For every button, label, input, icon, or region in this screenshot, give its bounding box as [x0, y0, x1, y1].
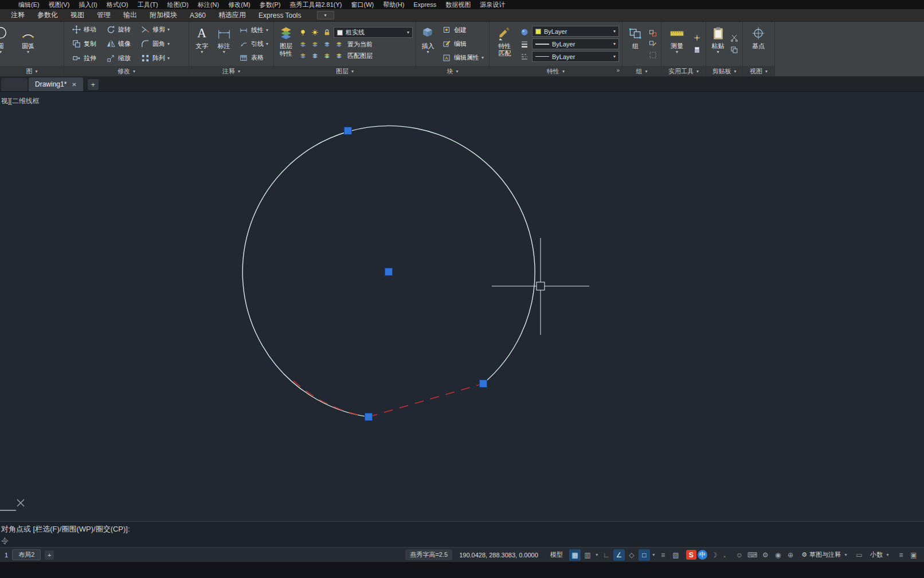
stretch-button[interactable]: 拉伸 [67, 51, 100, 65]
layer-freeze-icon[interactable] [322, 40, 332, 49]
menu-yanxiu-toolbox[interactable]: 燕秀工具箱2.81(Y) [285, 0, 346, 9]
tab-manage[interactable]: 管理 [91, 9, 117, 21]
clean-screen-icon[interactable]: ▣ [908, 549, 919, 561]
edit-attributes-button[interactable]: A 编辑属性 ▾ [439, 51, 486, 65]
panel-label-group[interactable]: 组 ▾ [622, 66, 661, 76]
command-close-icon[interactable] [17, 499, 24, 506]
tab-output[interactable]: 输出 [117, 9, 143, 21]
calculator-icon[interactable] [692, 45, 702, 55]
array-button[interactable]: 阵列 ▾ [136, 51, 174, 65]
layer-unisolate-icon[interactable] [297, 51, 308, 61]
linetype-dropdown[interactable]: ByLayer ▾ [532, 51, 619, 62]
dialog-launcher-icon[interactable]: » [616, 67, 620, 73]
layer-off-icon[interactable] [297, 40, 308, 49]
id-point-icon[interactable] [692, 33, 702, 43]
layer-properties-button[interactable]: 图层 特性 [277, 23, 295, 65]
dimension-button[interactable]: 标注 ▾ [214, 23, 233, 65]
copy-clip-icon[interactable] [729, 45, 739, 55]
copy-button[interactable]: 复制 [67, 37, 100, 51]
grip-midpoint[interactable] [344, 127, 352, 135]
set-current-layer-button[interactable]: 置为当前 [346, 40, 373, 49]
menu-window[interactable]: 窗口(W) [346, 0, 378, 9]
layer-walk-icon[interactable] [310, 51, 320, 61]
object-color-icon[interactable] [519, 27, 530, 37]
ime-punctuation-icon[interactable]: 。 [721, 549, 733, 561]
ungroup-icon[interactable] [648, 28, 658, 38]
draw-arc-button[interactable]: 圆弧 ▾ [15, 23, 41, 65]
snap-dropdown-icon[interactable]: ▾ [594, 552, 600, 557]
mirror-button[interactable]: 镜像 [101, 37, 135, 51]
cut-icon[interactable] [729, 33, 739, 43]
viewport-controls[interactable]: 视][二维线框 [1, 96, 40, 106]
menu-dimension[interactable]: 标注(N) [193, 0, 224, 9]
create-block-button[interactable]: 创建 [439, 23, 486, 37]
lineweight-dropdown[interactable]: ByLayer ▾ [532, 38, 619, 49]
units-selector[interactable]: 小数 ▾ [866, 550, 894, 559]
menu-modify[interactable]: 修改(M) [224, 0, 255, 9]
layer-lock-icon[interactable] [322, 28, 332, 37]
transparency-icon[interactable]: ▨ [670, 549, 682, 561]
edit-block-button[interactable]: 编辑 [439, 37, 486, 50]
menu-insert[interactable]: 插入(I) [74, 0, 101, 9]
match-properties-button[interactable]: 特性 匹配 [492, 23, 517, 65]
measure-button[interactable]: 测量 ▾ [664, 23, 690, 65]
lineweight-icon[interactable] [519, 39, 530, 49]
tab-parametric[interactable]: 参数化 [31, 9, 64, 21]
close-tab-icon[interactable]: ✕ [72, 81, 76, 88]
file-tab-drawing1[interactable]: Drawing1* ✕ [29, 77, 83, 91]
panel-label-modify[interactable]: 修改 ▾ [64, 66, 189, 76]
grid-icon[interactable]: ▦ [569, 549, 581, 561]
snap-icon[interactable]: ▥ [582, 549, 593, 561]
layout2-tab[interactable]: 布局2 [12, 549, 41, 560]
tab-featured-apps[interactable]: 精选应用 [212, 9, 252, 21]
tab-addins[interactable]: 附加模块 [143, 9, 183, 21]
panel-label-layers[interactable]: 图层 ▾ [274, 66, 416, 76]
command-line-area[interactable]: 对角点或 [栏选(F)/圈围(WP)/圈交(CP)]: 令 [0, 521, 924, 547]
new-layout-button[interactable]: + [45, 550, 54, 560]
new-drawing-tab-button[interactable]: + [88, 79, 99, 90]
linear-dimension-button[interactable]: 线性 ▾ [236, 23, 271, 37]
layer-dropdown[interactable]: 粗实线 ▾ [334, 27, 413, 38]
panel-label-utilities[interactable]: 实用工具 ▾ [661, 66, 706, 76]
ribbon-display-options-button[interactable]: ▾ [317, 11, 334, 19]
yanxiu-text-height-button[interactable]: 燕秀字高=2.5 [405, 549, 452, 560]
tab-annotate[interactable]: 注释 [5, 9, 31, 21]
menu-parametric[interactable]: 参数(P) [255, 0, 285, 9]
layer-on-icon[interactable] [297, 28, 308, 37]
layer-unlock-icon[interactable] [334, 51, 344, 61]
object-color-dropdown[interactable]: ByLayer ▾ [532, 26, 619, 37]
grip-center[interactable] [385, 268, 393, 276]
group-selection-toggle-icon[interactable] [648, 50, 658, 60]
group-edit-icon[interactable] [648, 39, 658, 49]
menu-tools[interactable]: 工具(T) [133, 0, 163, 9]
linetype-icon[interactable] [519, 51, 530, 61]
panel-label-annotate[interactable]: 注释 ▾ [189, 66, 273, 76]
osnap-dropdown-icon[interactable]: ▾ [651, 552, 656, 557]
model-space-button[interactable]: 模型 [545, 549, 568, 560]
panel-label-view[interactable]: 视图 ▾ [743, 66, 774, 76]
grip-endpoint-bottom[interactable] [365, 413, 373, 421]
menu-express[interactable]: Express [409, 0, 441, 9]
base-point-button[interactable]: 基点 [746, 23, 771, 65]
ortho-icon[interactable]: ∟ [601, 549, 612, 561]
menu-format[interactable]: 格式(O) [102, 0, 133, 9]
panel-label-block[interactable]: 块 ▾ [416, 66, 489, 76]
tab-a360[interactable]: A360 [183, 10, 212, 21]
paste-button[interactable]: 粘贴 ▾ [709, 23, 727, 65]
annotation-visibility-icon[interactable]: ◉ [772, 549, 784, 561]
layer-isolate-icon[interactable] [310, 40, 320, 49]
layer-thaw-icon[interactable] [310, 28, 320, 37]
grip-endpoint-right[interactable] [480, 380, 487, 388]
lineweight-display-icon[interactable]: ≡ [657, 549, 669, 561]
model-space-canvas[interactable]: 视][二维线框 [0, 92, 924, 521]
object-snap-icon[interactable]: □ [639, 549, 650, 561]
leader-button[interactable]: 引线 ▾ [236, 37, 271, 50]
ime-toolbox-icon[interactable]: ⚙ [759, 549, 771, 561]
sogou-ime-icon[interactable]: S [686, 550, 696, 560]
move-button[interactable]: 移动 [67, 22, 100, 37]
annotation-scale-icon[interactable]: ⊕ [785, 549, 796, 561]
ime-fullwidth-icon[interactable]: ☽ [708, 549, 720, 561]
rotate-button[interactable]: 旋转 [101, 22, 135, 37]
ime-emoji-icon[interactable]: ☺ [734, 549, 745, 561]
panel-label-clipboard[interactable]: 剪贴板 ▾ [706, 66, 742, 76]
